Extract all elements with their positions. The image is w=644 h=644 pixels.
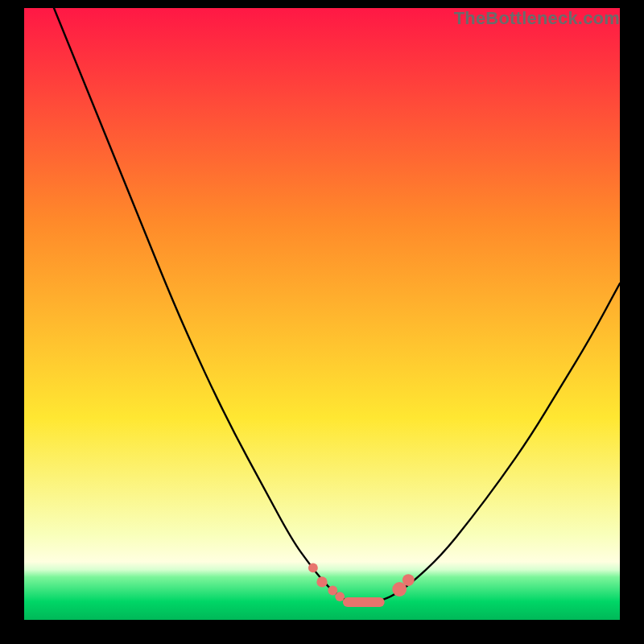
outer-frame: TheBottleneck.com	[0, 0, 644, 644]
watermark-text: TheBottleneck.com	[454, 8, 620, 29]
valley-bar	[343, 597, 385, 607]
curve-marker	[316, 576, 327, 587]
chart-svg	[24, 8, 620, 620]
gradient-background	[24, 8, 620, 620]
curve-marker	[308, 563, 318, 572]
curve-marker	[335, 592, 345, 601]
plot-area	[24, 8, 620, 620]
curve-marker	[402, 574, 415, 586]
